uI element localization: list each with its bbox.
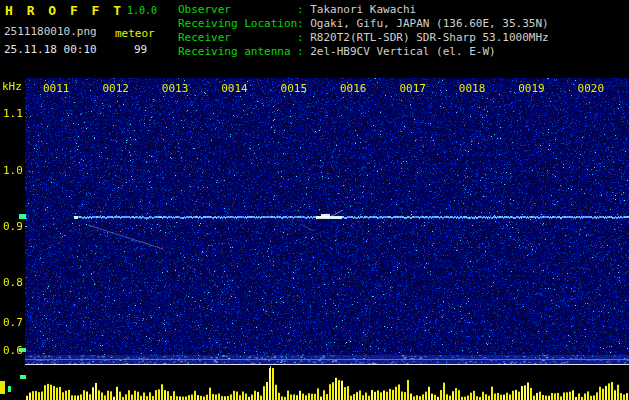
info-colon: : — [297, 31, 310, 44]
filename-label: 2511180010.png — [4, 25, 97, 38]
datetime-label: 25.11.18 00:10 — [4, 43, 97, 56]
count-label: 99 — [134, 43, 147, 56]
info-row: Receiving antenna: 2el-HB9CV Vertical (e… — [178, 45, 549, 59]
info-label: Receiving antenna — [178, 45, 297, 59]
info-row: Observer: Takanori Kawachi — [178, 3, 549, 17]
mode-label: meteor — [115, 27, 155, 40]
info-row: Receiver: R820T2(RTL-SDR) SDR-Sharp 53.1… — [178, 31, 549, 45]
info-value: 2el-HB9CV Vertical (el. E-W) — [310, 45, 495, 58]
info-value: R820T2(RTL-SDR) SDR-Sharp 53.1000MHz — [310, 31, 548, 44]
info-row: Receiving Location: Ogaki, Gifu, JAPAN (… — [178, 17, 549, 31]
spectrogram-canvas — [0, 78, 629, 400]
app-version: 1.0.0 — [127, 5, 157, 16]
header: H R O F F T 1.0.0 2511180010.png meteor … — [0, 0, 629, 78]
info-label: Receiver — [178, 31, 297, 45]
info-colon: : — [297, 3, 310, 16]
freq-unit-label: kHz — [2, 80, 22, 93]
info-label: Receiving Location — [178, 17, 297, 31]
info-colon: : — [297, 45, 310, 58]
info-value: Ogaki, Gifu, JAPAN (136.60E, 35.35N) — [310, 17, 548, 30]
info-label: Observer — [178, 3, 297, 17]
info-colon: : — [297, 17, 310, 30]
hrofft-window: H R O F F T 1.0.0 2511180010.png meteor … — [0, 0, 629, 400]
info-value: Takanori Kawachi — [310, 3, 416, 16]
info-panel: Observer: Takanori KawachiReceiving Loca… — [178, 3, 549, 59]
app-title: H R O F F T — [5, 3, 124, 18]
